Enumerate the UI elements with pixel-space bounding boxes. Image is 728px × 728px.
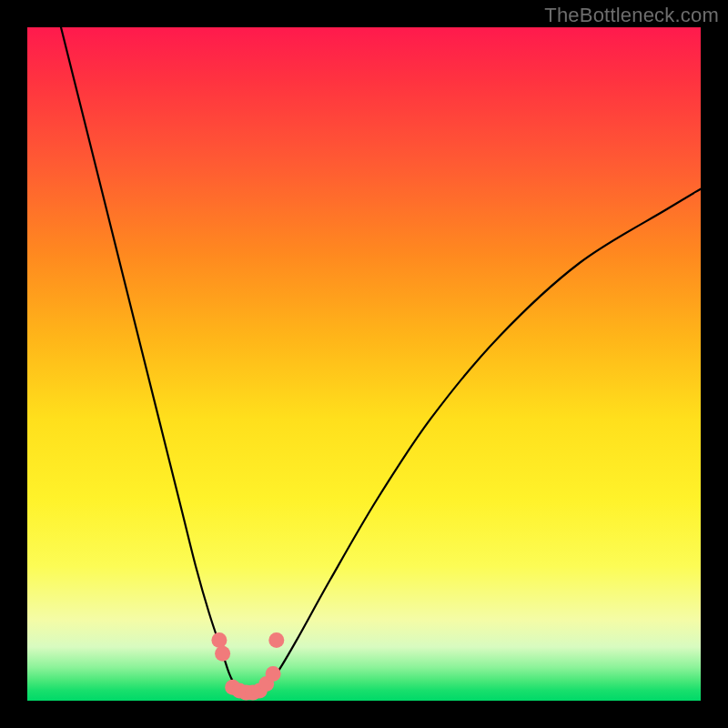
- highlight-dot: [215, 646, 230, 662]
- highlight-dot: [268, 632, 284, 648]
- plot-area: [27, 27, 701, 701]
- watermark-text: TheBottleneck.com: [544, 4, 719, 27]
- chart-svg: [27, 27, 701, 701]
- chart-frame: TheBottleneck.com: [0, 0, 728, 728]
- highlight-dot: [211, 632, 227, 648]
- bottleneck-curve: [61, 27, 701, 694]
- highlight-dot: [266, 666, 281, 682]
- highlight-dots: [211, 632, 284, 701]
